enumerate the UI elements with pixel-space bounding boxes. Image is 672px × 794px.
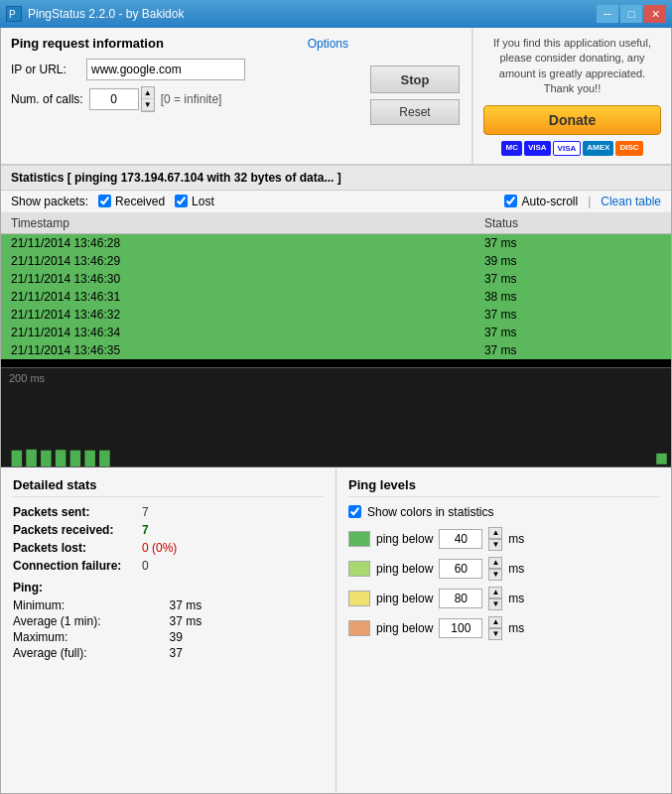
- minimize-button[interactable]: ─: [597, 5, 618, 23]
- table-body: 21/11/2014 13:46:2837 ms21/11/2014 13:46…: [1, 233, 671, 367]
- close-button[interactable]: ✕: [644, 5, 666, 23]
- show-colors-checkbox[interactable]: [348, 505, 361, 518]
- visa-debit-icon: VISA: [553, 141, 582, 156]
- clean-table-link[interactable]: Clean table: [601, 195, 661, 208]
- ping-level-unit-2: ms: [508, 592, 524, 605]
- packets-sent-label: Packets sent:: [13, 505, 142, 519]
- donate-button[interactable]: Donate: [483, 105, 661, 135]
- show-packets-label: Show packets:: [11, 195, 88, 208]
- ip-input[interactable]: [86, 59, 245, 80]
- table-row: 21/11/2014 13:46:3138 ms: [1, 288, 671, 306]
- ping-level-input-3[interactable]: [439, 618, 482, 638]
- ping-grid: Minimum: 37 ms Average (1 min): 37 ms Ma…: [13, 598, 324, 660]
- stop-button[interactable]: Stop: [370, 66, 460, 93]
- title-bar-left: P PingStatus 2.2.0 - by Bakidok: [6, 6, 184, 22]
- ping-level-spinner-0[interactable]: ▲▼: [488, 527, 502, 551]
- spinner-down[interactable]: ▼: [488, 628, 502, 640]
- num-calls-input[interactable]: [89, 88, 139, 110]
- divider: |: [588, 195, 591, 208]
- packets-lost-label: Packets lost:: [13, 541, 142, 555]
- spinner-down[interactable]: ▼: [488, 598, 502, 610]
- options-link[interactable]: Options: [308, 37, 348, 51]
- spinner-up[interactable]: ▲: [142, 87, 154, 99]
- top-panel: Ping request information Options IP or U…: [1, 28, 671, 165]
- spinner-down[interactable]: ▼: [488, 569, 502, 581]
- ping-level-spinner-1[interactable]: ▲▼: [488, 557, 502, 581]
- received-checkbox[interactable]: [98, 195, 111, 207]
- chart-y-label: 200 ms: [9, 372, 45, 384]
- avg-full-value: 37: [170, 646, 325, 660]
- ping-level-swatch-2: [348, 591, 370, 606]
- cell-timestamp: 21/11/2014 13:46:35: [1, 341, 474, 359]
- ping-chart: [1, 368, 671, 466]
- cell-timestamp: 21/11/2014 13:46:31: [1, 288, 474, 306]
- ping-level-row: ping below▲▼ms: [348, 616, 659, 640]
- discover-icon: DISC: [615, 141, 642, 156]
- packets-table-container: Timestamp Status 21/11/2014 13:46:2837 m…: [1, 213, 671, 368]
- ping-below-label-2: ping below: [376, 592, 433, 605]
- ping-level-input-1[interactable]: [439, 559, 482, 579]
- svg-rect-9: [99, 450, 110, 465]
- conn-failure-label: Connection failure:: [13, 559, 142, 573]
- svg-rect-7: [70, 450, 81, 465]
- ping-info-header: Ping request information Options: [11, 36, 348, 51]
- packets-received-row: Packets received: 7: [13, 523, 324, 537]
- show-colors-label: Show colors in statistics: [367, 505, 493, 519]
- ping-level-unit-3: ms: [508, 621, 524, 635]
- ping-level-input-0[interactable]: [439, 529, 482, 549]
- avg-1min-value: 37 ms: [170, 614, 325, 628]
- avg-full-label: Average (full):: [13, 646, 168, 660]
- ping-heading: Ping:: [13, 581, 324, 595]
- packets-received-value: 7: [142, 523, 149, 537]
- show-colors-row: Show colors in statistics: [348, 505, 659, 519]
- cell-status: 37 ms: [474, 270, 671, 288]
- main-content: Ping request information Options IP or U…: [0, 28, 672, 794]
- cell-status: 37 ms: [474, 341, 671, 359]
- detailed-stats-heading: Detailed stats: [13, 477, 324, 497]
- ping-info-label: Ping request information: [11, 36, 164, 51]
- auto-scroll-checkbox[interactable]: [504, 195, 517, 207]
- spinner-down[interactable]: ▼: [142, 99, 154, 111]
- spinner-down[interactable]: ▼: [488, 539, 502, 551]
- maximize-button[interactable]: □: [620, 5, 642, 23]
- packets-received-label: Packets received:: [13, 523, 142, 537]
- auto-scroll-checkbox-label[interactable]: Auto-scroll: [504, 195, 578, 208]
- ping-below-label-0: ping below: [376, 532, 433, 546]
- spinner-up[interactable]: ▲: [488, 557, 502, 569]
- reset-button[interactable]: Reset: [370, 99, 460, 125]
- spinner-up[interactable]: ▲: [488, 587, 502, 598]
- max-value: 39: [170, 630, 325, 644]
- num-calls-spinner-buttons[interactable]: ▲ ▼: [141, 86, 155, 112]
- table-row: 21/11/2014 13:46:3437 ms: [1, 324, 671, 341]
- svg-text:P: P: [9, 9, 16, 20]
- num-calls-row: Num. of calls: ▲ ▼ [0 = infinite]: [11, 86, 348, 112]
- chart-area: 200 ms: [1, 368, 671, 467]
- ping-level-spinner-2[interactable]: ▲▼: [488, 587, 502, 610]
- num-calls-label: Num. of calls:: [11, 92, 83, 106]
- ping-section: Ping: Minimum: 37 ms Average (1 min): 37…: [13, 581, 324, 660]
- spinner-up[interactable]: ▲: [488, 527, 502, 539]
- received-checkbox-label[interactable]: Received: [98, 195, 165, 208]
- window-title: PingStatus 2.2.0 - by Bakidok: [28, 7, 184, 21]
- cell-status: 37 ms: [474, 306, 671, 324]
- conn-failure-value: 0: [142, 559, 149, 573]
- lost-checkbox-label[interactable]: Lost: [175, 195, 214, 208]
- ip-label: IP or URL:: [11, 63, 80, 76]
- ping-level-input-2[interactable]: [439, 589, 482, 608]
- conn-failure-row: Connection failure: 0: [13, 559, 324, 573]
- cell-status: 37 ms: [474, 233, 671, 252]
- ping-below-label-1: ping below: [376, 562, 433, 576]
- packets-sent-value: 7: [142, 505, 149, 519]
- ping-level-spinner-3[interactable]: ▲▼: [488, 616, 502, 640]
- infinite-note: [0 = infinite]: [161, 92, 222, 106]
- table-row: 21/11/2014 13:46:3237 ms: [1, 306, 671, 324]
- col-timestamp: Timestamp: [1, 213, 474, 234]
- lost-checkbox[interactable]: [175, 195, 188, 207]
- amex-icon: AMEX: [583, 141, 613, 156]
- packets-lost-row: Packets lost: 0 (0%): [13, 541, 324, 555]
- table-row: 21/11/2014 13:46:2939 ms: [1, 252, 671, 270]
- svg-rect-5: [41, 450, 52, 465]
- table-row: [1, 363, 671, 367]
- cell-timestamp: 21/11/2014 13:46:28: [1, 233, 474, 252]
- spinner-up[interactable]: ▲: [488, 616, 502, 628]
